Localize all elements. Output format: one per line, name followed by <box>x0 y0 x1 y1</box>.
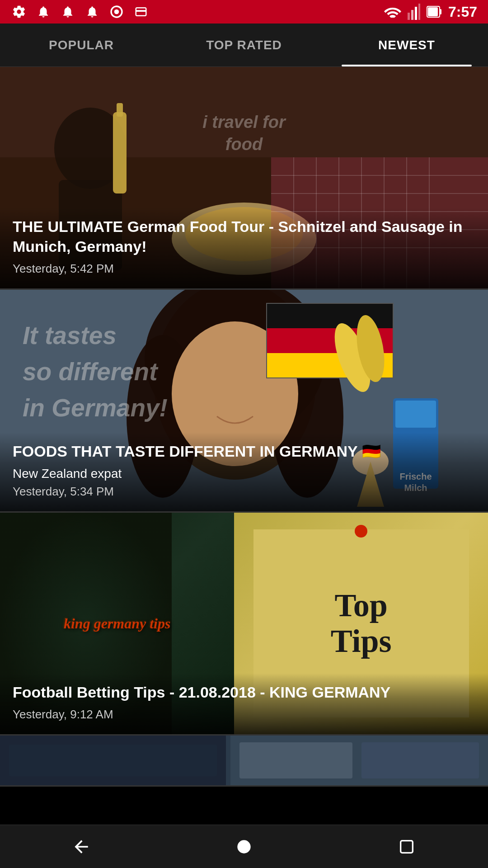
recent-apps-icon <box>398 838 416 856</box>
svg-point-61 <box>237 840 250 853</box>
svg-rect-16 <box>117 103 123 117</box>
video-3-info: Football Betting Tips - 21.08.2018 - KIN… <box>0 673 488 734</box>
sticky-pin <box>355 525 367 538</box>
svg-rect-60 <box>361 742 479 778</box>
video-2-channel: New Zealand expat <box>13 467 475 481</box>
recent-apps-button[interactable] <box>389 829 425 865</box>
sticky-text: TopTips <box>331 588 392 659</box>
status-right-icons: 7:57 <box>384 4 477 20</box>
video-1-thumbnail: i travel forfood THE ULTIMATE German Foo… <box>0 67 488 288</box>
tab-top-rated[interactable]: TOP RATED <box>163 24 325 66</box>
svg-rect-6 <box>415 7 417 20</box>
tab-active-indicator <box>342 65 472 66</box>
svg-rect-59 <box>239 742 352 778</box>
video-1-date: Yesterday, 5:42 PM <box>13 262 475 276</box>
svg-text:It tastes: It tastes <box>23 321 117 349</box>
svg-rect-5 <box>411 10 413 20</box>
video-card-3[interactable]: king germany tips TopTips Football Betti… <box>0 513 488 736</box>
video-2-thumbnail: Frische Milch It tastes so different in … <box>0 290 488 511</box>
bottom-nav <box>0 825 488 868</box>
video-3-date: Yesterday, 9:12 AM <box>13 708 475 722</box>
back-icon <box>71 837 91 857</box>
video-2-date: Yesterday, 5:34 PM <box>13 485 475 499</box>
home-button[interactable] <box>226 829 262 865</box>
card-icon <box>133 4 149 20</box>
nav-tabs: POPULAR TOP RATED NEWEST <box>0 24 488 67</box>
video-3-thumbnail: king germany tips TopTips Football Betti… <box>0 513 488 734</box>
svg-rect-4 <box>408 13 410 20</box>
settings-icon <box>11 4 27 20</box>
video-4-thumbnail-partial <box>0 736 488 785</box>
circle-icon <box>108 4 125 20</box>
svg-text:in Germany!: in Germany! <box>23 394 168 422</box>
bell1-icon <box>35 4 52 20</box>
svg-rect-15 <box>113 112 127 193</box>
svg-text:so different: so different <box>23 358 159 386</box>
svg-rect-58 <box>9 745 217 776</box>
video-3-title: Football Betting Tips - 21.08.2018 - KIN… <box>13 682 475 702</box>
svg-point-1 <box>114 9 119 14</box>
video-4-svg <box>0 736 488 785</box>
wifi-icon <box>384 6 401 18</box>
status-time: 7:57 <box>448 4 477 20</box>
status-left-icons <box>11 4 149 20</box>
svg-rect-3 <box>136 10 146 12</box>
video-2-info: FOODS THAT TASTE DIFFERENT IN GERMANY 🇩🇪… <box>0 432 488 511</box>
svg-rect-62 <box>401 840 413 853</box>
tab-popular[interactable]: POPULAR <box>0 24 163 66</box>
video-card-4-partial[interactable] <box>0 736 488 787</box>
status-bar: 7:57 <box>0 0 488 24</box>
svg-rect-7 <box>418 4 420 20</box>
battery-icon <box>427 5 442 19</box>
back-button[interactable] <box>63 829 99 865</box>
bell2-icon <box>60 4 76 20</box>
home-icon <box>234 837 254 857</box>
video-list: i travel forfood THE ULTIMATE German Foo… <box>0 67 488 830</box>
video-2-title: FOODS THAT TASTE DIFFERENT IN GERMANY 🇩🇪 <box>13 441 475 461</box>
video-1-title: THE ULTIMATE German Food Tour - Schnitze… <box>13 217 475 256</box>
tab-newest[interactable]: NEWEST <box>325 24 488 66</box>
video-card-1[interactable]: i travel forfood THE ULTIMATE German Foo… <box>0 67 488 290</box>
signal-icon <box>408 4 420 20</box>
video-1-info: THE ULTIMATE German Food Tour - Schnitze… <box>0 208 488 288</box>
video-3-logo: king germany tips <box>64 615 170 632</box>
video-card-2[interactable]: Frische Milch It tastes so different in … <box>0 290 488 513</box>
svg-rect-9 <box>428 7 438 16</box>
video-1-thumb-text: i travel forfood <box>202 111 286 156</box>
svg-rect-43 <box>395 401 436 428</box>
bell3-icon <box>84 4 100 20</box>
svg-rect-10 <box>440 9 441 14</box>
